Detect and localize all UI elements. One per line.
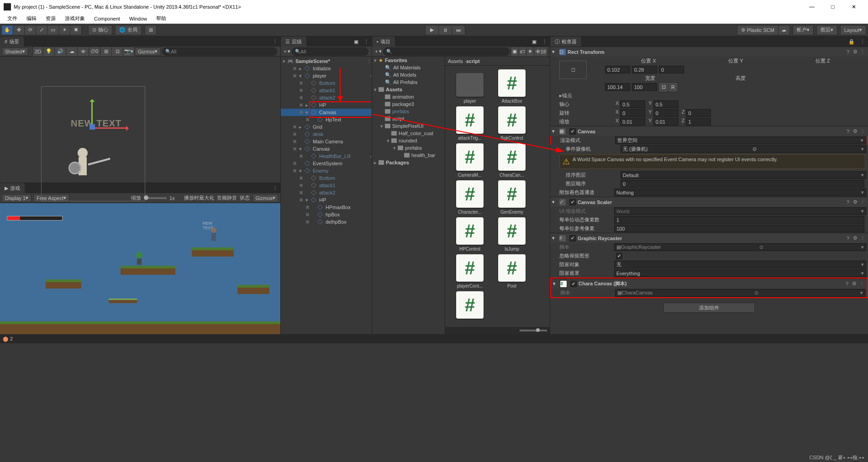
hierarchy-item-healthbar_lr[interactable]: ✖HealthBar_LR› <box>281 152 372 160</box>
hierarchy-item-delhpbox[interactable]: ✖delhpBox <box>281 218 372 226</box>
maximize-toggle[interactable]: 播放时最大化 <box>184 194 214 201</box>
hierarchy-add-button[interactable]: ＋▾ <box>283 48 290 55</box>
transform-tool-button[interactable]: ✴ <box>58 25 70 35</box>
project-size-slider[interactable] <box>520 330 547 331</box>
canvas-header[interactable]: ▾▦✔Canvas?⚙⋮ <box>550 126 868 136</box>
hierarchy-search[interactable]: 🔍 All <box>292 47 368 56</box>
project-folder-script[interactable]: script <box>372 115 445 122</box>
chara-enable-checkbox[interactable]: ✔ <box>570 281 577 287</box>
pause-button[interactable]: ⏸ <box>438 25 452 35</box>
inspector-tab-menu[interactable]: ⋮ <box>857 39 868 45</box>
project-tab-menu[interactable]: ⋮ <box>539 39 550 45</box>
menu-gameobject[interactable]: 游戏对象 <box>60 14 89 23</box>
project-add-button[interactable]: ＋▾ <box>374 48 382 55</box>
cloud-button[interactable]: ☁ <box>778 25 790 35</box>
hierarchy-item-canvas[interactable]: ✖▾Canvas <box>281 109 372 116</box>
game-gizmos-dropdown[interactable]: Gizmos ▾ <box>253 194 279 202</box>
project-file-playerCont...[interactable]: #playerCont... <box>449 254 491 289</box>
anchor-preset-button[interactable]: ◻ <box>559 61 587 79</box>
menu-window[interactable]: Window <box>125 15 152 23</box>
project-file-CharaCan...[interactable]: #CharaCan... <box>491 143 533 178</box>
layers-dropdown[interactable]: 图层 ▾ <box>816 25 837 35</box>
chara-canvas-header[interactable]: ▾#✔Chara Canvas (脚本)?⚙⋮ <box>551 278 867 289</box>
hierarchy-item-bottom[interactable]: ✖Bottom <box>281 174 372 182</box>
raw-edit-icon[interactable]: R <box>668 82 678 92</box>
scale-tool-button[interactable]: ⤢ <box>36 25 47 35</box>
width-input[interactable] <box>605 83 630 91</box>
project-folder-favorites[interactable]: ▾★Favorites <box>372 57 445 64</box>
hierarchy-item-hp[interactable]: ✖▾HP <box>281 196 372 204</box>
rect-transform-header[interactable]: ▾⊡Rect Transform?⚙⋮ <box>550 47 868 57</box>
game-view[interactable]: NEW TEXT <box>0 203 280 334</box>
step-button[interactable]: ⏭ <box>452 25 465 35</box>
preset-icon[interactable]: ⚙ <box>852 49 859 55</box>
rot-x-input[interactable] <box>620 109 645 117</box>
project-file-IsJump[interactable]: #IsJump <box>491 217 533 252</box>
add-component-button[interactable]: 添加组件 <box>663 303 755 313</box>
project-folder-prefabs[interactable]: ▾prefabs <box>372 144 445 152</box>
menu-component[interactable]: Component <box>89 15 125 23</box>
graphic-raycaster-header[interactable]: ▾#✔Graphic Raycaster?⚙⋮ <box>550 233 868 243</box>
scene-view[interactable]: NEW TEXT <box>0 57 280 183</box>
project-search[interactable]: 🔍 <box>383 47 510 56</box>
project-file-AttackBox[interactable]: #AttackBox <box>491 69 533 104</box>
canvas-scaler-header[interactable]: ▾⤢✔Canvas Scaler?⚙⋮ <box>550 197 868 207</box>
error-icon[interactable]: ⬤ <box>3 336 8 342</box>
sorting-layer-dropdown[interactable]: Default <box>621 171 866 179</box>
project-file-HPControl[interactable]: #HPControl <box>449 217 491 252</box>
snap-toggle[interactable]: ⊞ <box>145 25 157 35</box>
scale-y-input[interactable] <box>653 118 679 126</box>
scale-slider[interactable] <box>144 197 167 199</box>
scale-z-input[interactable] <box>686 118 711 126</box>
display-dropdown[interactable]: Display 1 ▾ <box>2 194 32 202</box>
menu-file[interactable]: 文件 <box>3 14 22 23</box>
camera-icon[interactable]: 📷▾ <box>123 47 135 57</box>
project-file-CameraM...[interactable]: #CameraM... <box>449 143 491 178</box>
hierarchy-item-canvas[interactable]: ✖▾Canvas <box>281 145 372 152</box>
pivot-toggle[interactable]: ⊙ 轴心 <box>88 25 112 35</box>
project-folder-all-models[interactable]: 🔍All Models <box>372 71 445 79</box>
filter-label-icon[interactable]: 🏷 <box>518 47 526 57</box>
pos-z-input[interactable] <box>659 66 684 74</box>
project-folder-package3[interactable]: package3 <box>372 100 445 108</box>
grid-icon[interactable]: ⊞ <box>100 47 112 57</box>
height-input[interactable] <box>632 83 657 91</box>
pos-x-input[interactable] <box>605 66 630 74</box>
rect-tool-button[interactable]: ▭ <box>47 25 59 35</box>
blueprint-icon[interactable]: ⊡ <box>658 82 668 92</box>
rotate-tool-button[interactable]: ⟳ <box>24 25 36 35</box>
inspector-tab[interactable]: ⓘ 检查器 <box>550 37 581 47</box>
project-folder-animation[interactable]: animation <box>372 93 445 100</box>
pos-y-input[interactable] <box>632 66 657 74</box>
project-file-item-12[interactable]: # <box>449 291 491 320</box>
hierarchy-item-attack2[interactable]: ✖attack2 <box>281 189 372 196</box>
scene-tab[interactable]: # 场景 <box>0 37 24 47</box>
snap-icon[interactable]: ⊡ <box>111 47 123 57</box>
gizmo-opt-icon[interactable]: ∅0 <box>89 47 100 57</box>
project-folder-all-prefabs[interactable]: 🔍All Prefabs <box>372 79 445 86</box>
pivot-y-input[interactable] <box>653 100 679 108</box>
audio-icon[interactable]: 🔊 <box>54 47 66 57</box>
minimize-button[interactable]: — <box>801 0 822 14</box>
hierarchy-item-attack2[interactable]: ✖attack2 <box>281 94 372 101</box>
pivot-x-input[interactable] <box>620 100 645 108</box>
gizmos-dropdown[interactable]: Gizmos ▾ <box>135 47 161 56</box>
dyn-pixels-input[interactable] <box>614 216 864 224</box>
project-folder-health_bar[interactable]: health_bar <box>372 152 445 159</box>
global-toggle[interactable]: 🌐 全局 <box>115 25 142 35</box>
project-tab[interactable]: ▪ 项目 <box>372 37 395 47</box>
custom-tool-button[interactable]: ✖ <box>70 25 82 35</box>
2d-toggle[interactable]: 2D <box>32 47 43 57</box>
account-dropdown[interactable]: 帐户 ▾ <box>793 25 814 35</box>
hierarchy-item-attack1[interactable]: ✖attack1 <box>281 182 372 189</box>
hierarchy-item-attack1[interactable]: ✖attack1 <box>281 87 372 94</box>
order-input[interactable] <box>621 180 864 188</box>
filter-type-icon[interactable]: ▣ <box>510 47 519 57</box>
menu-edit[interactable]: 编辑 <box>22 14 41 23</box>
blocking-mask-dropdown[interactable]: Everything <box>614 269 866 277</box>
project-breadcrumb[interactable]: Assetsscript <box>445 57 550 66</box>
play-button[interactable]: ▶ <box>425 25 439 35</box>
project-file-BgkControl[interactable]: #BgkControl <box>491 106 533 141</box>
hierarchy-item-player[interactable]: ✖▾player› <box>281 72 372 79</box>
inspector-lock-icon[interactable]: 🔒 <box>846 39 857 45</box>
